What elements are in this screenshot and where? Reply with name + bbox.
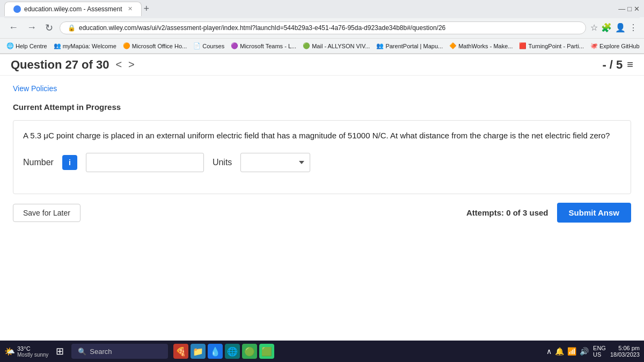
- maximize-button[interactable]: □: [627, 5, 632, 13]
- bookmark-turningpoint[interactable]: 🟥 TurningPoint - Parti...: [519, 42, 584, 49]
- profile-icon[interactable]: 👤: [615, 23, 626, 33]
- prev-question-button[interactable]: <: [115, 58, 122, 71]
- next-question-button[interactable]: >: [128, 58, 135, 71]
- tab-close-icon[interactable]: ✕: [128, 5, 133, 12]
- nav-actions: ☆ 🧩 👤 ⋮: [590, 23, 638, 33]
- bottom-row: Save for Later Attempts: 0 of 3 used Sub…: [13, 203, 631, 223]
- browser-tab[interactable]: education.wiley.com - Assessment ✕: [4, 2, 142, 16]
- bookmarks-bar: 🌐 Help Centre 👥 myMapúa: Welcome 🟠 Micro…: [0, 39, 644, 54]
- current-attempt-label: Current Attempt in Progress: [13, 102, 631, 112]
- extension-puzzle-icon[interactable]: 🧩: [601, 23, 612, 33]
- tab-label: education.wiley.com - Assessment: [24, 5, 122, 13]
- question-header: Question 27 of 30 < > - / 5 ≡: [0, 54, 644, 76]
- bookmark-mathworks[interactable]: 🔶 MathWorks - Make...: [449, 42, 513, 49]
- bookmark-help-centre[interactable]: 🌐 Help Centre: [6, 42, 47, 49]
- right-actions: Attempts: 0 of 3 used Submit Answ: [466, 203, 631, 223]
- question-menu-icon[interactable]: ≡: [627, 58, 633, 71]
- bookmark-courses[interactable]: 📄 Courses: [193, 42, 224, 49]
- page-content: Question 27 of 30 < > - / 5 ≡ View Polic…: [0, 54, 644, 322]
- attempts-display: Attempts: 0 of 3 used: [466, 208, 548, 217]
- address-text: education.wiley.com/was/ui/v2/assessment…: [79, 24, 445, 32]
- question-text: A 5.3 μC point charge is placed in an ex…: [23, 129, 621, 142]
- more-options-icon[interactable]: ⋮: [629, 23, 638, 33]
- main-area: View Policies Current Attempt in Progres…: [0, 76, 644, 231]
- number-input[interactable]: [86, 153, 204, 172]
- browser-chrome: education.wiley.com - Assessment ✕ + — □…: [0, 0, 644, 54]
- info-button[interactable]: i: [62, 155, 77, 170]
- tab-favicon: [13, 5, 21, 13]
- units-select[interactable]: m cm km: [240, 153, 310, 172]
- question-title: Question 27 of 30: [11, 58, 109, 72]
- bookmark-parentportal[interactable]: 👥 ParentPortal | Mapu...: [376, 42, 443, 49]
- units-label: Units: [213, 158, 232, 167]
- nav-bar: ← → ↻ 🔒 education.wiley.com/was/ui/v2/as…: [0, 17, 644, 39]
- question-score: - / 5 ≡: [602, 58, 633, 72]
- reload-button[interactable]: ↻: [43, 20, 55, 36]
- bookmark-mymapua[interactable]: 👥 myMapúa: Welcome: [54, 42, 116, 49]
- save-for-later-button[interactable]: Save for Later: [13, 204, 80, 222]
- forward-button[interactable]: →: [25, 20, 39, 35]
- submit-answer-button[interactable]: Submit Answ: [557, 203, 631, 223]
- address-bar[interactable]: 🔒 education.wiley.com/was/ui/v2/assessme…: [60, 21, 586, 34]
- bookmark-star-icon[interactable]: ☆: [590, 23, 598, 33]
- title-bar: education.wiley.com - Assessment ✕ + — □…: [0, 0, 644, 17]
- view-policies-link[interactable]: View Policies: [13, 84, 631, 93]
- bookmark-office[interactable]: 🟠 Microsoft Office Ho...: [123, 42, 187, 49]
- bookmark-mail[interactable]: 🟢 Mail - ALLYSON VIV...: [303, 42, 370, 49]
- minimize-button[interactable]: —: [618, 5, 625, 13]
- question-nav: Question 27 of 30 < >: [11, 58, 135, 72]
- close-button[interactable]: ✕: [634, 5, 640, 13]
- answer-row: Number i Units m cm km: [23, 153, 621, 172]
- bookmark-github[interactable]: 🐙 Explore GitHub: [590, 42, 640, 49]
- lock-icon: 🔒: [68, 24, 76, 32]
- score-display: - / 5: [602, 58, 623, 72]
- bookmark-teams[interactable]: 🟣 Microsoft Teams - L...: [231, 42, 296, 49]
- back-button[interactable]: ←: [6, 20, 20, 35]
- number-label: Number: [23, 158, 54, 167]
- new-tab-button[interactable]: +: [144, 3, 150, 14]
